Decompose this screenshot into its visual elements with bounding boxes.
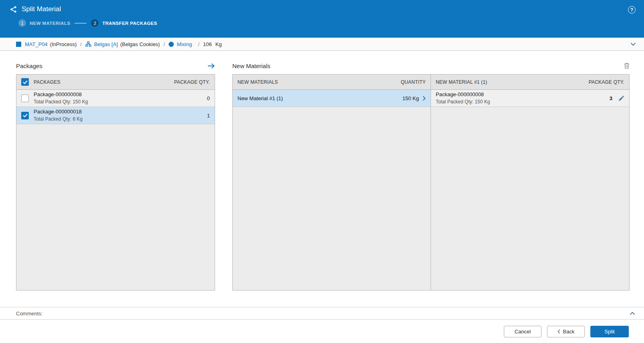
package-detail: Total Packed Qty: 6 Kg [34, 116, 83, 123]
material-square-icon [16, 42, 21, 47]
back-button[interactable]: Back [547, 326, 585, 337]
step-transfer-packages[interactable]: 2 TRANSFER PACKAGES [91, 19, 157, 27]
package-checkbox[interactable] [21, 95, 29, 102]
select-all-packages-checkbox[interactable] [21, 78, 29, 86]
breadcrumb-flow-link[interactable]: Belgas [A] [94, 41, 118, 47]
split-button[interactable]: Split [590, 326, 629, 337]
chevron-down-icon[interactable] [630, 42, 636, 46]
material-package-name: Package-000000008 [436, 91, 490, 99]
package-qty: 1 [207, 113, 210, 119]
title-row: Split Material [10, 5, 634, 13]
back-button-label: Back [563, 329, 575, 335]
flow-icon [85, 41, 91, 47]
materials-table-header: NEW MATERIALS QUANTITY [233, 75, 431, 90]
breadcrumb-quantity-unit: Kg [215, 41, 222, 47]
split-material-icon [10, 6, 17, 13]
step-1-number: 1 [18, 19, 26, 27]
step-1-label: NEW MATERIALS [30, 21, 70, 26]
package-row[interactable]: Package-000000018 Total Packed Qty: 6 Kg… [16, 107, 215, 124]
breadcrumb-quantity-value: 106 [203, 41, 212, 47]
material-packages-table: NEW MATERIAL #1 (1) PACKAGE QTY. Package… [431, 75, 629, 290]
packages-panel-title: Packages [16, 63, 42, 69]
package-cell: Package-000000018 Total Packed Qty: 6 Kg [34, 108, 83, 123]
app-header: Split Material ? 1 NEW MATERIALS 2 TRANS… [0, 0, 644, 38]
new-material-quantity: 150 Kg [402, 95, 419, 101]
material-package-row[interactable]: Package-000000008 Total Packed Qty: 150 … [431, 90, 629, 107]
package-qty-column-header: PACKAGE QTY. [589, 79, 624, 85]
new-materials-panel-head: New Materials [232, 61, 630, 70]
edit-pencil-icon[interactable] [618, 95, 624, 101]
new-materials-panel-title: New Materials [232, 63, 270, 69]
page-title: Split Material [22, 5, 61, 13]
breadcrumb-flow-description: (Belgas Cookies) [120, 41, 160, 47]
packages-column-header: PACKAGES [34, 79, 60, 85]
package-cell: Package-000000008 Total Packed Qty: 150 … [34, 91, 88, 105]
material-package-cell: Package-000000008 Total Packed Qty: 150 … [436, 91, 490, 105]
packages-table-body: Package-000000008 Total Packed Qty: 150 … [16, 90, 215, 290]
package-name: Package-000000018 [34, 108, 83, 116]
context-breadcrumb: MAT_P04 (InProcess) / Belgas [A] (Belgas… [0, 38, 644, 51]
cancel-button[interactable]: Cancel [504, 326, 541, 337]
package-row[interactable]: Package-000000008 Total Packed Qty: 150 … [16, 90, 215, 107]
breadcrumb-material-link[interactable]: MAT_P04 [25, 41, 48, 47]
package-detail: Total Packed Qty: 150 Kg [34, 99, 88, 105]
split-material-page: Split Material ? 1 NEW MATERIALS 2 TRANS… [0, 0, 644, 343]
quantity-column-header: QUANTITY [401, 79, 426, 85]
main-content: Packages PACKAGES PACKAGE QTY. [0, 51, 644, 307]
comments-section-toggle[interactable]: Comments: [0, 307, 644, 320]
materials-list-table: NEW MATERIALS QUANTITY New Material #1 (… [233, 75, 431, 290]
new-material-name: New Material #1 (1) [237, 95, 283, 101]
material-packages-table-body: Package-000000008 Total Packed Qty: 150 … [431, 90, 629, 290]
new-materials-column-header: NEW MATERIALS [237, 79, 278, 85]
step-2-label: TRANSFER PACKAGES [102, 21, 157, 26]
packages-panel: Packages PACKAGES PACKAGE QTY. [16, 61, 215, 307]
packages-table: PACKAGES PACKAGE QTY. Package-000000008 … [16, 74, 215, 291]
breadcrumb-material-state: (InProcess) [50, 41, 76, 47]
step-2-number: 2 [91, 19, 99, 27]
wizard-stepper: 1 NEW MATERIALS 2 TRANSFER PACKAGES [18, 19, 634, 27]
transfer-packages-arrow-icon[interactable] [207, 63, 215, 69]
step-dot-icon [169, 42, 174, 47]
packages-table-header: PACKAGES PACKAGE QTY. [16, 75, 215, 90]
material-package-qty: 3 [610, 95, 612, 101]
materials-table-body: New Material #1 (1) 150 Kg [233, 90, 431, 290]
trash-icon[interactable] [624, 63, 630, 69]
packages-panel-head: Packages [16, 61, 215, 70]
chevron-left-icon [557, 329, 560, 334]
material-package-detail: Total Packed Qty: 150 Kg [436, 99, 490, 105]
material-name-column-header: NEW MATERIAL #1 (1) [436, 79, 487, 85]
package-checkbox[interactable] [21, 112, 29, 119]
breadcrumb-separator: / [80, 41, 82, 47]
step-connector-line [74, 23, 87, 24]
breadcrumb-step-link[interactable]: Mixing [177, 41, 192, 47]
new-materials-panel: New Materials NEW MATERIALS QUANTITY [232, 61, 630, 307]
step-new-materials[interactable]: 1 NEW MATERIALS [18, 19, 70, 27]
breadcrumb-separator: / [163, 41, 165, 47]
new-material-row[interactable]: New Material #1 (1) 150 Kg [233, 90, 431, 107]
chevron-up-icon[interactable] [630, 312, 635, 315]
package-qty-column-header: PACKAGE QTY. [174, 79, 210, 85]
package-name: Package-000000008 [34, 91, 88, 99]
material-packages-table-header: NEW MATERIAL #1 (1) PACKAGE QTY. [431, 75, 629, 90]
comments-label: Comments: [16, 311, 42, 317]
help-icon[interactable]: ? [628, 6, 636, 14]
new-materials-tables: NEW MATERIALS QUANTITY New Material #1 (… [232, 74, 630, 291]
chevron-right-icon [423, 96, 426, 101]
package-qty: 0 [207, 95, 210, 101]
action-bar: Cancel Back Split [0, 320, 644, 343]
breadcrumb-separator: / [198, 41, 199, 47]
